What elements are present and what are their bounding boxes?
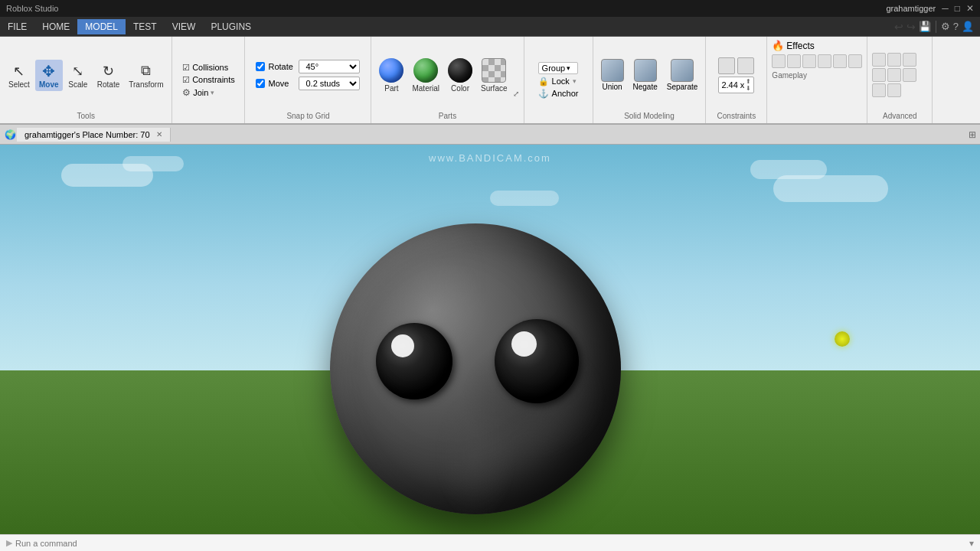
- ribbon-group-gameplay: 🔥 Effects Gameplay: [767, 37, 867, 123]
- surface-button[interactable]: Surface: [478, 57, 510, 94]
- constraint-value-input[interactable]: 2.44 x ⬆⬇: [718, 77, 754, 93]
- advanced-btn-1[interactable]: [872, 53, 886, 67]
- color-button[interactable]: Color: [445, 57, 475, 94]
- window-close[interactable]: ✕: [966, 3, 974, 14]
- cloud-5: [490, 191, 559, 206]
- move-snap-row: Move 0.2 studs 1 stud 0.5 studs: [256, 77, 360, 90]
- advanced-btn-5[interactable]: [887, 68, 901, 82]
- group-dropdown[interactable]: Group ▾: [538, 62, 579, 74]
- material-sphere-icon: [413, 58, 438, 83]
- advanced-btn-8[interactable]: [887, 83, 901, 97]
- help-icon[interactable]: ?: [953, 21, 959, 32]
- constraint-icon-2[interactable]: [737, 57, 754, 74]
- advanced-btn-2[interactable]: [887, 53, 901, 67]
- window-maximize[interactable]: □: [955, 3, 960, 14]
- ribbon-group-parts: Part Material Color Surface ⤢: [371, 37, 524, 123]
- collisions-item[interactable]: ☑ Collisions: [182, 63, 235, 73]
- advanced-btn-7[interactable]: [872, 83, 886, 97]
- undo-icon[interactable]: ↩: [894, 21, 903, 33]
- select-button[interactable]: ↖ Select: [5, 60, 34, 91]
- select-icon: ↖: [10, 62, 28, 80]
- color-sphere-icon: [448, 58, 472, 83]
- eye-right: [495, 319, 579, 403]
- users-icon[interactable]: 👤: [962, 21, 974, 32]
- anchor-row[interactable]: ⚓ Anchor: [538, 89, 579, 99]
- part-button[interactable]: Part: [376, 57, 407, 94]
- menu-view[interactable]: VIEW: [165, 19, 204, 34]
- cloud-3: [773, 175, 888, 202]
- snap-label: Snap to Grid: [286, 110, 329, 120]
- cloud-2: [122, 156, 184, 171]
- ribbon-group-collisions: ☑ Collisions ☑ Constraints ⚙ Join ▾: [172, 37, 245, 123]
- menu-file[interactable]: FILE: [0, 19, 34, 34]
- tab-close-button[interactable]: ✕: [156, 130, 162, 139]
- commandbar: ▶ ▾: [0, 534, 980, 551]
- ribbon-group-snap: Rotate 45° 90° 15° 1° Move 0.2 studs 1 s…: [245, 37, 371, 123]
- rotate-icon: ↻: [100, 62, 118, 80]
- move-icon: ✥: [40, 62, 58, 80]
- rotate-snap-row: Rotate 45° 90° 15° 1°: [256, 60, 360, 73]
- gameplay-btn-1[interactable]: [772, 54, 786, 68]
- advanced-btn-6[interactable]: [903, 68, 916, 82]
- parts-expand-icon[interactable]: ⤢: [513, 90, 519, 98]
- separate-button[interactable]: Separate: [664, 57, 701, 93]
- transform-icon: ⧉: [137, 62, 155, 80]
- transform-button[interactable]: ⧉ Transform: [125, 60, 167, 91]
- move-dropdown[interactable]: 0.2 studs 1 stud 0.5 studs: [299, 77, 360, 90]
- scale-button[interactable]: ⤡ Scale: [64, 60, 92, 91]
- eye-left: [376, 323, 452, 399]
- constraints-label: Constraints: [717, 110, 756, 120]
- window-minimize[interactable]: ─: [942, 3, 949, 14]
- gameplay-btn-2[interactable]: [787, 54, 801, 68]
- solid-label: Solid Modeling: [624, 110, 675, 120]
- effects-row: 🔥 Effects: [772, 40, 862, 51]
- redo-icon[interactable]: ↪: [906, 21, 916, 33]
- menu-test[interactable]: TEST: [126, 19, 165, 34]
- command-prompt-icon: ▶: [6, 538, 12, 548]
- join-item[interactable]: ⚙ Join ▾: [182, 87, 235, 98]
- move-checkbox[interactable]: [256, 79, 265, 88]
- rotate-dropdown[interactable]: 45° 90° 15° 1°: [299, 60, 360, 73]
- gameplay-btn-3[interactable]: [802, 54, 816, 68]
- rotate-button[interactable]: ↻ Rotate: [93, 60, 123, 91]
- negate-button[interactable]: Negate: [630, 57, 661, 93]
- advanced-btn-4[interactable]: [872, 68, 886, 82]
- effects-icon: 🔥: [772, 40, 784, 51]
- tools-label: Tools: [77, 110, 95, 120]
- union-button[interactable]: Union: [598, 57, 627, 93]
- gameplay-label: Gameplay: [772, 71, 807, 80]
- app-name: Roblox Studio: [6, 4, 59, 13]
- anchor-icon: ⚓: [538, 89, 549, 99]
- rotate-checkbox[interactable]: [256, 62, 265, 71]
- place-tab[interactable]: grahamtigger's Place Number: 70 ✕: [17, 128, 171, 142]
- constraint-spinner-icon: ⬆⬇: [746, 78, 751, 92]
- constraints-item[interactable]: ☑ Constraints: [182, 75, 235, 85]
- settings-icon[interactable]: ⚙: [941, 21, 950, 32]
- union-icon: [601, 59, 624, 82]
- menu-home[interactable]: HOME: [34, 19, 77, 34]
- command-chevron-icon[interactable]: ▾: [969, 538, 974, 549]
- command-input[interactable]: [15, 539, 969, 548]
- advanced-btn-3[interactable]: [903, 53, 916, 67]
- menu-plugins[interactable]: PLUGINS: [203, 19, 259, 34]
- lock-row[interactable]: 🔒 Lock ▾: [538, 77, 579, 86]
- cloud-4: [750, 160, 827, 179]
- constraint-icon-1[interactable]: [718, 57, 735, 74]
- viewport[interactable]: www.BANDICAM.com: [0, 145, 980, 534]
- save-icon[interactable]: 💾: [919, 21, 931, 32]
- tab-settings-icon[interactable]: ⊞: [965, 127, 980, 142]
- advanced-label: Advanced: [883, 110, 916, 120]
- menu-model[interactable]: MODEL: [77, 19, 126, 34]
- ribbon-group-advanced: Advanced: [867, 37, 933, 123]
- sphere-character: [330, 223, 621, 514]
- separate-icon: [671, 59, 694, 82]
- move-button[interactable]: ✥ Move: [35, 60, 63, 91]
- titlebar: Roblox Studio grahamtigger ─ □ ✕: [0, 0, 980, 17]
- material-button[interactable]: Material: [409, 57, 443, 94]
- menubar: FILE HOME MODEL TEST VIEW PLUGINS ↩ ↪ 💾 …: [0, 17, 980, 37]
- gameplay-btn-4[interactable]: [818, 54, 831, 68]
- gameplay-btn-6[interactable]: [848, 54, 862, 68]
- gameplay-btn-5[interactable]: [833, 54, 847, 68]
- lock-chevron-icon: ▾: [573, 77, 577, 85]
- ribbon-group-tools: ↖ Select ✥ Move ⤡ Scale ↻ Rotate ⧉ Tra: [0, 37, 172, 123]
